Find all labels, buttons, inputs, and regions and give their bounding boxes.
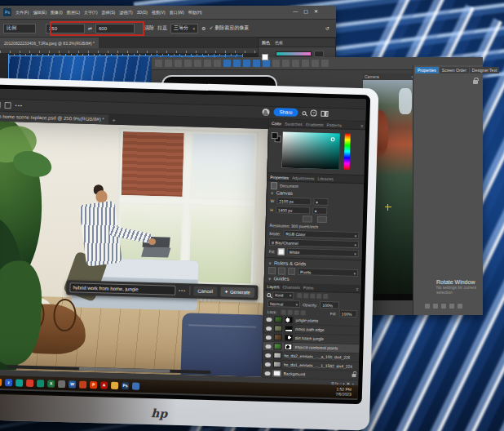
taskbar-app-icon[interactable] — [15, 379, 23, 386]
tab-screen-order[interactable]: Screen Order — [440, 67, 469, 73]
menu-select[interactable]: 选择(S) — [102, 10, 116, 15]
tab-designer-text[interactable]: Designer Text — [470, 67, 499, 73]
crop-ratio-dropdown[interactable]: 比例 — [3, 24, 36, 33]
rulers-toggle-icon[interactable] — [268, 267, 276, 274]
width-unit-dropdown[interactable]: ▾ — [313, 198, 328, 206]
layer-mask-thumbnail[interactable] — [285, 335, 293, 341]
tool-icon[interactable] — [302, 60, 309, 67]
taskbar-app-icon[interactable] — [58, 380, 65, 387]
tool-icon[interactable] — [223, 60, 231, 67]
layer-thumbnail[interactable] — [273, 361, 281, 367]
layer-thumbnail[interactable] — [272, 370, 281, 376]
tool-icon[interactable] — [214, 60, 221, 67]
panel-menu-icon[interactable]: ≡ — [356, 287, 359, 291]
crop-straighten-button[interactable]: 拉直 — [157, 24, 167, 32]
height-unit-dropdown[interactable]: ▾ — [312, 207, 327, 215]
generative-fill-prompt-input[interactable] — [69, 282, 175, 295]
tool-icon[interactable] — [175, 60, 182, 67]
account-avatar[interactable] — [262, 108, 269, 115]
blend-mode-dropdown[interactable]: Normal▾ — [267, 300, 300, 308]
fill-dropdown[interactable]: White▾ — [286, 248, 358, 257]
canvas-height-field[interactable]: 1400 px — [276, 206, 310, 214]
share-button[interactable]: Share — [273, 108, 298, 117]
tab-swatches[interactable]: 色板 — [275, 40, 283, 45]
minimize-button[interactable]: — — [293, 9, 298, 14]
tool-icon[interactable] — [253, 60, 260, 67]
delete-pixels-checkbox[interactable]: ✓ 删除裁剪的像素 — [209, 24, 249, 32]
panel-menu-icon[interactable]: ≡ — [360, 123, 363, 128]
crop-overlay-dropdown[interactable]: 三等分▾ — [170, 24, 198, 33]
fill-color-swatch[interactable] — [277, 248, 284, 255]
orientation-landscape-button[interactable] — [317, 216, 327, 223]
taskbar-app-icon[interactable] — [0, 378, 2, 385]
saturation-box[interactable] — [282, 131, 340, 169]
transform-gizmo[interactable] — [385, 204, 391, 211]
layer-mask-thumbnail[interactable] — [284, 344, 292, 350]
layer-thumbnail[interactable] — [274, 334, 282, 340]
tool-icon[interactable] — [204, 60, 211, 67]
color-value-1[interactable] — [314, 51, 324, 57]
menu-view[interactable]: 视图(V) — [152, 10, 166, 15]
maximize-button[interactable]: ▢ — [303, 8, 308, 14]
menu-help[interactable]: 帮助(H) — [188, 10, 202, 15]
color-slider-1[interactable] — [276, 51, 312, 56]
grid-toggle-icon[interactable] — [278, 267, 285, 274]
crop-handles[interactable] — [8, 54, 243, 56]
tab-properties[interactable]: Properties — [270, 175, 289, 180]
distribute-icon[interactable] — [5, 102, 11, 109]
taskbar-app-icon[interactable]: z — [5, 379, 12, 386]
reset-icon[interactable]: ↺ — [325, 25, 329, 31]
search-icon[interactable] — [302, 111, 306, 115]
menu-filter[interactable]: 滤镜(T) — [119, 10, 132, 15]
tool-icon[interactable] — [155, 60, 162, 67]
menu-edit[interactable]: 编辑(E) — [33, 10, 46, 15]
crop-clear-button[interactable]: 清除 — [144, 24, 154, 32]
layer-filter-icons[interactable] — [297, 293, 328, 299]
layer-filter-kind-dropdown[interactable]: Kind▾ — [272, 291, 294, 300]
tab-paths[interactable]: Paths — [303, 285, 314, 290]
tool-icon[interactable] — [312, 60, 319, 67]
tool-icon[interactable] — [243, 60, 250, 67]
tab-patterns[interactable]: Patterns — [326, 122, 342, 127]
guides-section-label[interactable]: Guides — [273, 276, 289, 282]
panel-bottom-icons[interactable] — [425, 304, 462, 309]
menu-file[interactable]: 文件(F) — [15, 10, 29, 15]
layer-filter-search-icon[interactable] — [267, 293, 271, 297]
taskbar-app-icon[interactable]: Ps — [122, 382, 129, 389]
layer-thumbnail[interactable] — [273, 343, 281, 349]
close-button[interactable]: ✕ — [314, 8, 318, 14]
lock-icons[interactable] — [281, 309, 306, 315]
taskbar-app-icon[interactable] — [79, 380, 86, 388]
taskbar-app-icon[interactable] — [132, 382, 139, 389]
taskbar-app-icon[interactable]: A — [100, 381, 108, 389]
back-document-tab[interactable]: 20120822233406_TJRa.jpeg @ 83.3%(RGB/8#)… — [0, 38, 99, 48]
more-options-icon[interactable]: ••• — [15, 103, 23, 108]
tab-color[interactable]: Color — [272, 121, 281, 126]
tool-icon[interactable] — [321, 60, 329, 67]
tool-icon[interactable] — [165, 60, 172, 67]
tool-icon[interactable] — [233, 60, 241, 67]
taskbar-app-icon[interactable] — [111, 381, 118, 389]
opacity-field[interactable]: 100% — [320, 301, 339, 309]
canvas-width-field[interactable]: 2100 px — [276, 197, 311, 205]
align-icon[interactable] — [0, 102, 1, 109]
menu-window[interactable]: 窗口(W) — [170, 10, 184, 15]
photo-canvas[interactable]: ••• Cancel ✦ Generate — [0, 121, 268, 377]
tab-layers[interactable]: Layers — [267, 284, 279, 289]
visibility-eye-icon[interactable] — [266, 335, 272, 339]
layer-mask-thumbnail[interactable] — [285, 317, 293, 323]
rulers-grids-section-label[interactable]: Rulers & Grids — [274, 260, 306, 266]
visibility-eye-icon[interactable] — [265, 371, 271, 375]
workspace-icon[interactable] — [321, 110, 328, 116]
tool-icon[interactable] — [272, 60, 280, 67]
layer-thumbnail[interactable] — [274, 325, 282, 331]
tab-channels[interactable]: Channels — [283, 284, 300, 290]
layer-fill-field[interactable]: 100% — [339, 309, 357, 318]
tab-properties[interactable]: Properties — [415, 67, 439, 73]
visibility-eye-icon[interactable] — [265, 362, 271, 366]
snap-toggle-icon[interactable] — [288, 268, 295, 275]
tab-adjustments[interactable]: Adjustments — [292, 175, 315, 180]
new-tab-button[interactable]: + — [110, 115, 118, 125]
tool-icon[interactable] — [292, 60, 299, 67]
menu-type[interactable]: 文字(Y) — [84, 10, 98, 15]
